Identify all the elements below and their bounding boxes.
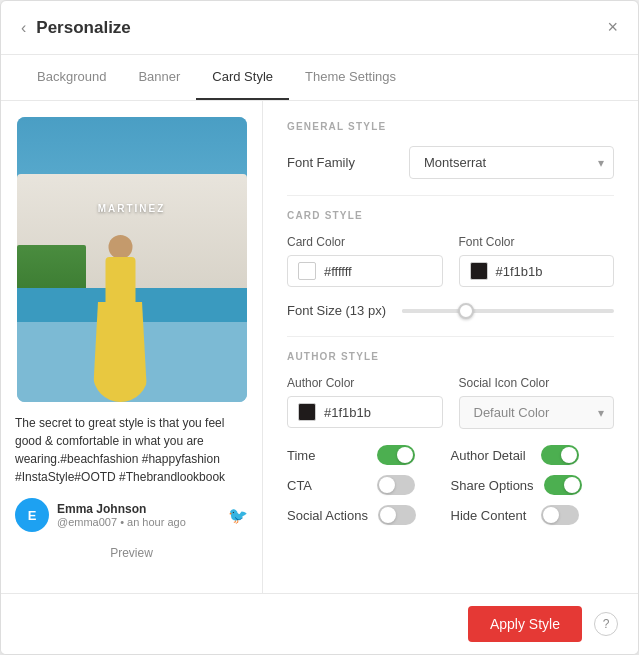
- settings-panel: GENERAL STYLE Font Family Montserrat Rob…: [263, 101, 638, 593]
- toggle-author-detail-switch[interactable]: [541, 445, 579, 465]
- toggle-time-switch[interactable]: [377, 445, 415, 465]
- card-color-swatch: [298, 262, 316, 280]
- toggle-share-options: Share Options: [451, 475, 615, 495]
- font-family-row: Font Family Montserrat Roboto Open Sans …: [287, 146, 614, 179]
- toggle-time: Time: [287, 445, 451, 465]
- card-style-label: CARD STYLE: [287, 210, 614, 221]
- social-icon-color-select[interactable]: Default Color: [459, 396, 615, 429]
- toggle-cta: CTA: [287, 475, 451, 495]
- modal-footer: Apply Style ?: [1, 593, 638, 654]
- preview-link[interactable]: Preview: [110, 546, 153, 560]
- toggle-share-options-label: Share Options: [451, 478, 534, 493]
- toggle-hide-content-label: Hide Content: [451, 508, 531, 523]
- author-info: Emma Johnson @emma007 • an hour ago: [57, 502, 220, 528]
- author-name: Emma Johnson: [57, 502, 220, 516]
- toggle-cta-label: CTA: [287, 478, 367, 493]
- apply-style-button[interactable]: Apply Style: [468, 606, 582, 642]
- card-text: The secret to great style is that you fe…: [15, 414, 248, 486]
- help-button[interactable]: ?: [594, 612, 618, 636]
- font-color-label: Font Color: [459, 235, 615, 249]
- back-button[interactable]: ‹: [21, 19, 26, 37]
- toggle-cta-switch[interactable]: [377, 475, 415, 495]
- toggle-share-options-knob: [564, 477, 580, 493]
- personalize-modal: ‹ Personalize × Background Banner Card S…: [0, 0, 639, 655]
- tab-banner[interactable]: Banner: [122, 55, 196, 100]
- font-size-slider[interactable]: [402, 309, 614, 313]
- author-style-label: AUTHOR STYLE: [287, 351, 614, 362]
- font-color-input[interactable]: #1f1b1b: [459, 255, 615, 287]
- social-icon-color-label: Social Icon Color: [459, 376, 615, 390]
- color-row: Card Color #ffffff Font Color #1f1b1b: [287, 235, 614, 287]
- card-author: E Emma Johnson @emma007 • an hour ago 🐦: [15, 498, 248, 532]
- toggle-social-actions-switch[interactable]: [378, 505, 416, 525]
- font-family-select[interactable]: Montserrat Roboto Open Sans Lato: [409, 146, 614, 179]
- card-color-input[interactable]: #ffffff: [287, 255, 443, 287]
- tab-card-style[interactable]: Card Style: [196, 55, 289, 100]
- twitter-icon: 🐦: [228, 506, 248, 525]
- divider-2: [287, 336, 614, 337]
- font-family-label: Font Family: [287, 155, 397, 170]
- author-handle: @emma007 • an hour ago: [57, 516, 220, 528]
- close-button[interactable]: ×: [607, 17, 618, 38]
- author-avatar: E: [15, 498, 49, 532]
- hotel-name: MARTINEZ: [98, 203, 166, 214]
- toggle-social-actions: Social Actions: [287, 505, 451, 525]
- card-color-label: Card Color: [287, 235, 443, 249]
- toggle-author-detail: Author Detail: [451, 445, 615, 465]
- tab-background[interactable]: Background: [21, 55, 122, 100]
- toggle-social-actions-label: Social Actions: [287, 508, 368, 523]
- social-icon-select-wrapper: Default Color ▾: [459, 396, 615, 429]
- author-color-row: Author Color #1f1b1b Social Icon Color D…: [287, 376, 614, 429]
- preview-panel: MARTINEZ The secret to great style is th…: [1, 101, 263, 593]
- figure-skirt: [93, 302, 148, 402]
- general-style-label: GENERAL STYLE: [287, 121, 614, 132]
- header-left: ‹ Personalize: [21, 18, 131, 38]
- figure-head: [108, 235, 132, 259]
- toggle-hide-content-knob: [543, 507, 559, 523]
- toggle-author-detail-knob: [561, 447, 577, 463]
- font-size-label: Font Size (13 px): [287, 303, 386, 318]
- font-color-group: Font Color #1f1b1b: [459, 235, 615, 287]
- tab-theme-settings[interactable]: Theme Settings: [289, 55, 412, 100]
- toggle-hide-content: Hide Content: [451, 505, 615, 525]
- toggle-time-label: Time: [287, 448, 367, 463]
- toggle-author-detail-label: Author Detail: [451, 448, 531, 463]
- modal-title: Personalize: [36, 18, 131, 38]
- author-color-value: #1f1b1b: [324, 405, 371, 420]
- divider-1: [287, 195, 614, 196]
- author-color-input[interactable]: #1f1b1b: [287, 396, 443, 428]
- toggle-hide-content-switch[interactable]: [541, 505, 579, 525]
- font-size-row: Font Size (13 px): [287, 303, 614, 318]
- card-color-group: Card Color #ffffff: [287, 235, 443, 287]
- figure: [93, 257, 148, 402]
- modal-header: ‹ Personalize ×: [1, 1, 638, 55]
- slider-fill: [402, 309, 466, 313]
- modal-body: MARTINEZ The secret to great style is th…: [1, 101, 638, 593]
- author-color-group: Author Color #1f1b1b: [287, 376, 443, 429]
- toggle-social-actions-knob: [380, 507, 396, 523]
- card-color-value: #ffffff: [324, 264, 352, 279]
- tab-bar: Background Banner Card Style Theme Setti…: [1, 55, 638, 101]
- font-color-swatch: [470, 262, 488, 280]
- font-color-value: #1f1b1b: [496, 264, 543, 279]
- toggles-grid: Time Author Detail CTA: [287, 445, 614, 525]
- author-color-label: Author Color: [287, 376, 443, 390]
- social-icon-color-group: Social Icon Color Default Color ▾: [459, 376, 615, 429]
- slider-thumb[interactable]: [458, 303, 474, 319]
- author-color-swatch: [298, 403, 316, 421]
- toggle-cta-knob: [379, 477, 395, 493]
- toggle-time-knob: [397, 447, 413, 463]
- card-preview-image: MARTINEZ: [17, 117, 247, 402]
- toggle-share-options-switch[interactable]: [544, 475, 582, 495]
- font-family-select-wrapper: Montserrat Roboto Open Sans Lato ▾: [409, 146, 614, 179]
